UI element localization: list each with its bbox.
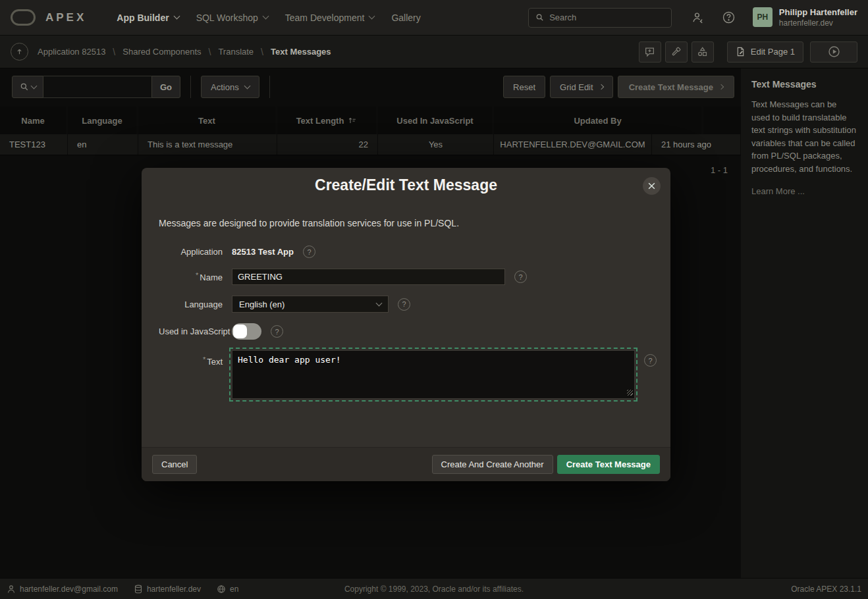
field-row-language: Language English (en) ?: [159, 296, 653, 313]
used-in-javascript-help-icon[interactable]: ?: [271, 325, 283, 338]
search-column-selector[interactable]: [12, 76, 43, 98]
database-icon: [134, 585, 143, 594]
avatar: PH: [753, 7, 773, 27]
report-search-input[interactable]: [43, 76, 151, 98]
dialog-title: Create/Edit Text Message: [315, 176, 497, 194]
dialog-footer: Cancel Create And Create Another Create …: [142, 447, 670, 481]
table-row[interactable]: TEST123 en This is a text message 22 Yes…: [0, 134, 741, 155]
report-toolbar: Go Actions Reset Grid Edit Create Text M…: [12, 75, 734, 99]
chevron-right-icon: [598, 84, 603, 90]
footer-language[interactable]: en: [217, 585, 238, 594]
create-and-create-another-button[interactable]: Create And Create Another: [432, 455, 553, 474]
breadcrumb-separator: \: [209, 47, 211, 57]
global-search-input[interactable]: [549, 13, 665, 22]
name-input[interactable]: [232, 269, 505, 285]
breadcrumb-separator: \: [261, 47, 263, 57]
edit-page-button[interactable]: Edit Page 1: [727, 41, 803, 63]
text-help-icon[interactable]: ?: [644, 354, 657, 367]
app-header: APEX App Builder SQL Workshop Team Devel…: [0, 0, 868, 36]
nav-sql-workshop[interactable]: SQL Workshop: [196, 13, 268, 23]
dialog-description: Messages are designed to provide transla…: [159, 218, 653, 228]
cancel-button[interactable]: Cancel: [152, 455, 197, 474]
cell-updated-by: HARTENFELLER.DEV@GMAIL.COM: [494, 134, 652, 155]
resize-handle[interactable]: [627, 390, 633, 396]
report-header-row: Name Language Text Text Length Used In J…: [0, 107, 741, 134]
required-marker: *: [203, 355, 205, 363]
cell-name: TEST123: [0, 134, 68, 155]
toolbar-divider: [269, 76, 270, 98]
cell-used-in-javascript: Yes: [378, 134, 494, 155]
create-text-message-submit-button[interactable]: Create Text Message: [557, 455, 660, 474]
toggle-knob: [233, 325, 247, 338]
help-pane-body: Text Messages can be used to build trans…: [751, 98, 857, 175]
user-menu[interactable]: PH Philipp Hartenfeller hartenfeller.dev: [753, 7, 857, 28]
feedback-button[interactable]: [639, 41, 661, 63]
chevron-down-icon: [173, 13, 180, 20]
search-icon: [535, 13, 544, 22]
breadcrumb-application[interactable]: Application 82513: [38, 47, 105, 57]
column-header-text[interactable]: Text: [138, 107, 277, 134]
breadcrumb-separator: \: [113, 47, 115, 57]
footer-workspace[interactable]: hartenfeller.dev: [134, 585, 201, 594]
theme-button[interactable]: [665, 41, 688, 63]
page-edit-icon: [736, 47, 746, 57]
reset-button[interactable]: Reset: [503, 76, 545, 98]
breadcrumb-bar: Application 82513 \ Shared Components \ …: [0, 36, 868, 68]
nav-gallery[interactable]: Gallery: [391, 13, 420, 23]
breadcrumb-shared-components[interactable]: Shared Components: [122, 47, 201, 57]
column-header-used-in-javascript[interactable]: Used In JavaScript: [378, 107, 494, 134]
name-help-icon[interactable]: ?: [514, 271, 527, 283]
global-search: [528, 8, 672, 28]
cell-text: This is a text message: [138, 134, 277, 155]
run-page-button[interactable]: [810, 41, 857, 63]
shortcuts-button[interactable]: [692, 41, 714, 63]
field-row-application: Application 82513 Test App ?: [159, 246, 653, 258]
search-icon: [20, 82, 29, 91]
language-select[interactable]: English (en): [232, 296, 389, 313]
breadcrumb-translate[interactable]: Translate: [218, 47, 254, 57]
create-text-message-button[interactable]: Create Text Message: [618, 76, 734, 98]
column-header-updated-by[interactable]: Updated By: [494, 107, 703, 134]
apex-logo-icon[interactable]: [11, 9, 36, 26]
chevron-down-icon: [262, 13, 269, 20]
column-header-name[interactable]: Name: [0, 107, 68, 134]
language-label: Language: [159, 300, 223, 309]
cell-language: en: [68, 134, 138, 155]
nav-app-builder[interactable]: App Builder: [117, 13, 178, 23]
help-pane: Text Messages Text Messages can be used …: [741, 68, 868, 578]
help-icon[interactable]: [722, 11, 736, 24]
application-value: 82513 Test App: [232, 247, 294, 257]
sort-ascending-icon: [348, 116, 357, 125]
learn-more-link[interactable]: Learn More ...: [751, 186, 805, 196]
column-header-language[interactable]: Language: [68, 107, 138, 134]
column-header-text-length[interactable]: Text Length: [277, 107, 378, 134]
nav-team-development[interactable]: Team Development: [285, 13, 375, 23]
up-arrow-icon[interactable]: [11, 43, 28, 61]
copyright-text: Copyright © 1999, 2023, Oracle and/or it…: [0, 585, 868, 594]
chevron-right-icon: [719, 84, 724, 90]
help-pane-title: Text Messages: [751, 79, 857, 90]
required-marker: *: [196, 271, 198, 279]
field-row-name: *Name ?: [159, 269, 653, 285]
chevron-down-icon: [244, 82, 250, 89]
admin-tools-icon[interactable]: [692, 11, 705, 24]
cell-text-length: 22: [277, 134, 378, 155]
close-icon[interactable]: [643, 177, 661, 195]
chevron-down-icon: [376, 300, 383, 306]
field-row-text: *Text Hello dear app user! ?: [159, 350, 653, 399]
grid-edit-button[interactable]: Grid Edit: [550, 76, 613, 98]
user-workspace: hartenfeller.dev: [779, 18, 857, 28]
footer-user[interactable]: hartenfeller.dev@gmail.com: [7, 585, 118, 594]
brand-text: APEX: [45, 11, 86, 24]
actions-button[interactable]: Actions: [201, 76, 259, 98]
user-name: Philipp Hartenfeller: [779, 7, 857, 18]
toolbar-divider: [190, 76, 191, 98]
language-help-icon[interactable]: ?: [398, 298, 410, 311]
used-in-javascript-toggle[interactable]: [232, 323, 261, 340]
cell-updated: 21 hours ago: [652, 134, 741, 155]
text-textarea[interactable]: Hello dear app user!: [232, 350, 635, 399]
globe-icon: [217, 585, 226, 594]
go-button[interactable]: Go: [151, 76, 180, 98]
used-in-javascript-label: Used in JavaScript: [159, 326, 223, 336]
application-help-icon[interactable]: ?: [303, 246, 315, 258]
